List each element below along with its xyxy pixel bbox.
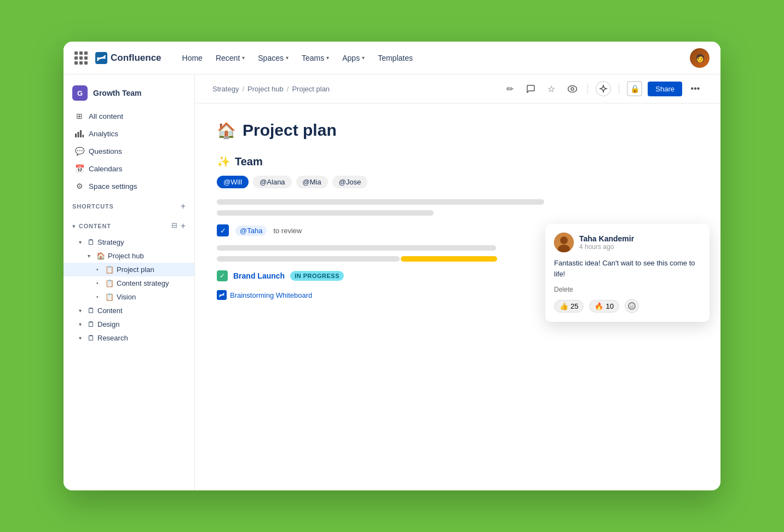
- content-add-icon[interactable]: +: [181, 221, 186, 231]
- page-title-emoji: 🏠: [217, 122, 236, 140]
- strategy-caret: ▾: [79, 239, 88, 245]
- content-filter-icon[interactable]: ⊟: [171, 221, 177, 231]
- confluence-logo[interactable]: Confluence: [95, 52, 162, 64]
- content-collapse-icon[interactable]: ▾: [72, 223, 76, 230]
- main-layout: G Growth Team ⊞ All content Analytics: [64, 74, 720, 490]
- tree-item-strategy[interactable]: ▾ 🗒 Strategy: [64, 235, 194, 249]
- task-checkbox[interactable]: ✓: [217, 224, 229, 236]
- page-title-text: Project plan: [243, 121, 337, 140]
- teams-chevron: ▾: [326, 55, 329, 61]
- breadcrumb-sep-1: /: [242, 85, 244, 93]
- tag-alana[interactable]: @Alana: [253, 176, 291, 188]
- nav-templates[interactable]: Templates: [372, 50, 418, 66]
- tree-item-project-plan[interactable]: • 📋 Project plan: [64, 263, 194, 276]
- in-progress-badge: IN PROGRESS: [290, 271, 344, 281]
- more-button[interactable]: •••: [688, 81, 703, 96]
- analytics-icon: [74, 129, 84, 138]
- brand-checkbox[interactable]: ✓: [217, 270, 228, 281]
- nav-links: Home Recent ▾ Spaces ▾ Teams ▾ Apps ▾ Te…: [177, 50, 690, 66]
- project-plan-caret: •: [96, 267, 105, 273]
- user-avatar[interactable]: 🧑: [690, 48, 710, 68]
- content-area: Strategy / Project hub / Project plan ✏ …: [195, 74, 720, 490]
- share-button[interactable]: Share: [648, 82, 682, 96]
- content-caret: ▾: [79, 308, 88, 314]
- nav-teams[interactable]: Teams ▾: [296, 50, 335, 66]
- commenter-name: Taha Kandemir: [579, 234, 634, 243]
- space-header: G Growth Team: [64, 81, 194, 107]
- team-section-icon: ✨: [217, 155, 230, 168]
- content-icon: 🗒: [88, 307, 95, 315]
- sidebar-item-space-settings[interactable]: ⚙ Space settings: [66, 177, 192, 195]
- task-text: to review: [273, 227, 302, 235]
- action-separator: [587, 83, 588, 94]
- content-line-2: [217, 210, 434, 216]
- tree-item-content-strategy[interactable]: • 📋 Content strategy: [64, 276, 194, 290]
- breadcrumb-actions: ✏ ☆: [502, 81, 703, 96]
- team-section-label: Team: [235, 155, 263, 168]
- comment-time: 4 hours ago: [579, 243, 634, 251]
- logo-icon: [95, 52, 107, 64]
- team-section-title: ✨ Team: [217, 155, 699, 168]
- watch-icon[interactable]: [564, 81, 580, 96]
- content-strategy-caret: •: [96, 280, 105, 286]
- comment-popup: Taha Kandemir 4 hours ago Fantastic idea…: [545, 224, 710, 322]
- all-content-icon: ⊞: [74, 111, 84, 121]
- grid-menu-icon[interactable]: [74, 51, 88, 65]
- apps-chevron: ▾: [362, 55, 365, 61]
- tree-item-content[interactable]: ▾ 🗒 Content: [64, 304, 194, 317]
- svg-point-4: [568, 85, 577, 92]
- content-section-header: ▾ CONTENT ⊟ +: [64, 217, 194, 235]
- content-line-3: [217, 245, 496, 251]
- breadcrumb-project-hub[interactable]: Project hub: [247, 85, 284, 93]
- tag-mia[interactable]: @Mia: [296, 176, 328, 188]
- comment-delete[interactable]: Delete: [554, 286, 701, 293]
- add-reaction-button[interactable]: [625, 299, 639, 313]
- star-icon[interactable]: ☆: [544, 81, 559, 96]
- comment-icon[interactable]: [523, 81, 538, 96]
- lock-icon[interactable]: 🔒: [627, 81, 642, 96]
- nav-home[interactable]: Home: [177, 50, 208, 66]
- nav-recent[interactable]: Recent ▾: [210, 50, 250, 66]
- ai-icon[interactable]: [596, 81, 611, 96]
- comment-header: Taha Kandemir 4 hours ago: [554, 233, 701, 252]
- comment-body: Fantastic idea! Can't wait to see this c…: [554, 258, 701, 279]
- fire-reaction[interactable]: 🔥 10: [589, 300, 619, 313]
- sidebar-item-questions[interactable]: 💬 Questions: [66, 142, 192, 160]
- tree-item-design[interactable]: ▾ 🗒 Design: [64, 317, 194, 331]
- nav-spaces[interactable]: Spaces ▾: [252, 50, 294, 66]
- thumbs-up-emoji: 👍: [560, 302, 568, 310]
- svg-point-7: [560, 236, 568, 244]
- breadcrumb-strategy[interactable]: Strategy: [212, 85, 239, 93]
- tree-item-vision[interactable]: • 📋 Vision: [64, 290, 194, 304]
- shortcuts-label: SHORTCUTS: [72, 203, 114, 210]
- tree-item-research[interactable]: ▾ 🗒 Research: [64, 331, 194, 345]
- avatar-image: 🧑: [690, 48, 710, 68]
- shortcuts-add-icon[interactable]: +: [181, 201, 186, 211]
- sidebar-item-analytics[interactable]: Analytics: [66, 125, 192, 142]
- tag-jose[interactable]: @Jose: [332, 176, 368, 188]
- svg-point-9: [629, 303, 635, 309]
- fire-count: 10: [606, 302, 613, 310]
- content-line-grey: [217, 256, 400, 262]
- edit-icon[interactable]: ✏: [502, 81, 517, 96]
- task-mention[interactable]: @Taha: [235, 225, 267, 236]
- design-caret: ▾: [79, 321, 88, 327]
- research-caret: ▾: [79, 335, 88, 341]
- nav-apps[interactable]: Apps ▾: [337, 50, 370, 66]
- svg-point-5: [571, 88, 574, 90]
- breadcrumb-project-plan[interactable]: Project plan: [292, 85, 330, 93]
- sidebar-item-all-content[interactable]: ⊞ All content: [66, 107, 192, 125]
- thumbs-up-reaction[interactable]: 👍 25: [554, 300, 584, 313]
- breadcrumb-bar: Strategy / Project hub / Project plan ✏ …: [195, 74, 720, 103]
- fire-emoji: 🔥: [595, 302, 603, 310]
- questions-icon: 💬: [74, 146, 84, 156]
- space-icon: G: [72, 85, 88, 101]
- project-plan-icon: 📋: [105, 265, 114, 274]
- tree-item-project-hub[interactable]: ▾ 🏠 Project hub: [64, 249, 194, 263]
- brand-launch-link[interactable]: Brand Launch: [233, 271, 285, 280]
- project-hub-caret: ▾: [88, 253, 96, 259]
- sidebar-item-calendars[interactable]: 📅 Calendars: [66, 160, 192, 177]
- project-hub-icon: 🏠: [96, 252, 105, 260]
- tag-will[interactable]: @Will: [217, 176, 249, 188]
- svg-point-11: [632, 305, 633, 306]
